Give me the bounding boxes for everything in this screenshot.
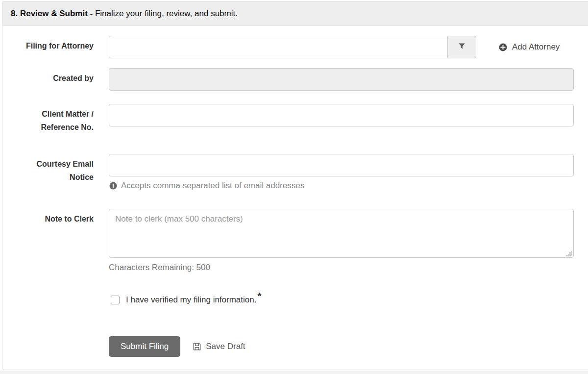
- client-matter-input[interactable]: [109, 104, 574, 126]
- note-to-clerk-textarea[interactable]: [109, 209, 574, 258]
- save-draft-label: Save Draft: [206, 342, 245, 351]
- form-row-actions: Submit Filing Save Draft: [11, 336, 588, 357]
- save-floppy-icon: [192, 342, 206, 351]
- submit-filing-button[interactable]: Submit Filing: [109, 336, 180, 357]
- add-attorney-button[interactable]: Add Attorney: [498, 42, 560, 52]
- verify-checkbox[interactable]: [111, 296, 120, 304]
- form-row-courtesy-email: Courtesy Email Notice Accepts comma sepa…: [11, 154, 588, 191]
- verify-checkbox-label: I have verified my filing information.: [126, 295, 256, 305]
- next-section-edge: [0, 371, 588, 374]
- courtesy-email-hint-text: Accepts comma separated list of email ad…: [121, 181, 304, 191]
- form-row-verify: I have verified my filing information. *: [11, 294, 588, 305]
- characters-remaining: Characters Remaining: 500: [109, 263, 574, 273]
- required-asterisk: *: [257, 291, 261, 302]
- panel-body: Filing for Attorney: [2, 26, 588, 357]
- created-by-label: Created by: [11, 68, 94, 85]
- step-title: 8. Review & Submit -: [11, 9, 93, 18]
- note-to-clerk-label: Note to Clerk: [11, 209, 94, 225]
- filing-for-attorney-label: Filing for Attorney: [11, 36, 94, 52]
- form-row-client-matter: Client Matter / Reference No.: [11, 104, 588, 134]
- courtesy-email-hint: Accepts comma separated list of email ad…: [109, 181, 574, 191]
- form-row-filing-for-attorney: Filing for Attorney: [11, 36, 588, 58]
- created-by-input: [109, 68, 574, 91]
- form-row-note-to-clerk: Note to Clerk Characters Remaining: 500: [11, 209, 588, 273]
- filter-icon: [457, 42, 466, 53]
- info-icon: [109, 181, 121, 190]
- form-row-created-by: Created by: [11, 68, 588, 91]
- step-subtitle: Finalize your filing, review, and submit…: [93, 9, 238, 18]
- attorney-input-group: [109, 36, 476, 58]
- client-matter-label: Client Matter / Reference No.: [11, 104, 94, 134]
- filing-for-attorney-input[interactable]: [109, 36, 448, 58]
- review-submit-panel: 8. Review & Submit - Finalize your filin…: [2, 1, 588, 370]
- save-draft-button[interactable]: Save Draft: [192, 342, 245, 351]
- courtesy-email-label: Courtesy Email Notice: [11, 154, 94, 184]
- courtesy-email-input[interactable]: [109, 154, 574, 176]
- panel-heading: 8. Review & Submit - Finalize your filin…: [2, 1, 588, 26]
- plus-circle-icon: [498, 43, 512, 52]
- attorney-filter-button[interactable]: [448, 36, 476, 58]
- add-attorney-label: Add Attorney: [512, 42, 560, 52]
